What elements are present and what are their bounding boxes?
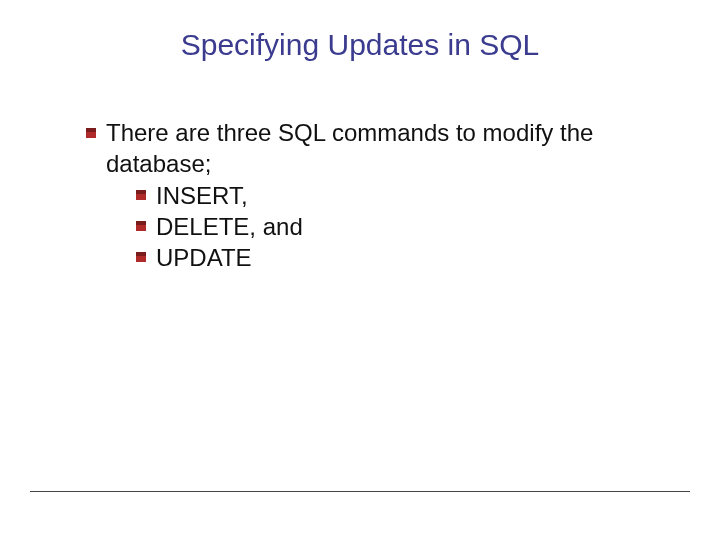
square-bullet-icon [86,128,96,138]
slide: Specifying Updates in SQL There are thre… [0,0,720,540]
bullet-text: INSERT, [156,181,248,212]
square-bullet-icon [136,252,146,262]
bullet-text: There are three SQL commands to modify t… [106,118,670,179]
list-item: DELETE, and [136,212,670,243]
list-item: UPDATE [136,243,670,274]
svg-rect-5 [136,221,146,225]
svg-rect-7 [136,252,146,256]
list-item: There are three SQL commands to modify t… [86,118,670,179]
slide-body: There are three SQL commands to modify t… [50,118,670,274]
slide-title: Specifying Updates in SQL [50,28,670,62]
svg-rect-3 [136,190,146,194]
svg-rect-1 [86,128,96,132]
sub-list: INSERT, DELETE, and UP [86,181,670,273]
square-bullet-icon [136,190,146,200]
bullet-text: DELETE, and [156,212,303,243]
list-item: INSERT, [136,181,670,212]
square-bullet-icon [136,221,146,231]
horizontal-rule [30,491,690,492]
bullet-text: UPDATE [156,243,252,274]
